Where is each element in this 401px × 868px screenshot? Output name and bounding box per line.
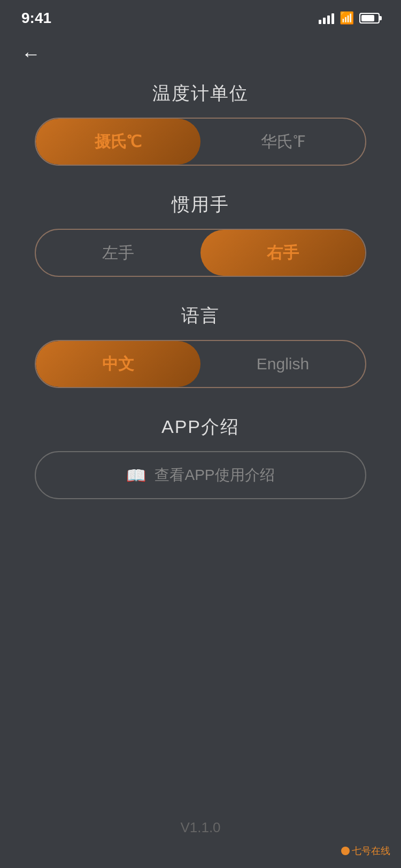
right-hand-button[interactable]: 右手 (200, 230, 365, 276)
watermark-dot (341, 847, 350, 855)
handedness-section: 惯用手 左手 右手 (35, 192, 366, 277)
wifi-icon: 📶 (340, 11, 354, 25)
handedness-title: 惯用手 (35, 192, 366, 217)
app-intro-title: APP介绍 (35, 415, 366, 439)
temperature-title: 温度计单位 (35, 81, 366, 106)
book-icon: 📖 (126, 466, 146, 485)
fahrenheit-button[interactable]: 华氏℉ (200, 119, 365, 165)
language-toggle-group: 中文 English (35, 340, 366, 388)
app-intro-section: APP介绍 📖 查看APP使用介绍 (35, 415, 366, 499)
status-bar: 9:41 📶 (0, 0, 401, 32)
status-time: 9:41 (21, 10, 51, 27)
celsius-button[interactable]: 摄氏℃ (36, 119, 200, 165)
back-button-area: ← (0, 32, 401, 71)
main-content: 温度计单位 摄氏℃ 华氏℉ 惯用手 左手 右手 语言 中文 English AP… (0, 71, 401, 537)
app-intro-button-label: 查看APP使用介绍 (155, 465, 274, 485)
temperature-toggle-group: 摄氏℃ 华氏℉ (35, 118, 366, 166)
chinese-button[interactable]: 中文 (36, 341, 200, 387)
language-section: 语言 中文 English (35, 304, 366, 388)
back-button[interactable]: ← (21, 43, 41, 65)
left-hand-button[interactable]: 左手 (36, 230, 200, 276)
english-button[interactable]: English (200, 341, 365, 387)
battery-icon (359, 13, 380, 24)
language-title: 语言 (35, 304, 366, 328)
watermark-text: 七号在线 (352, 844, 390, 857)
temperature-section: 温度计单位 摄氏℃ 华氏℉ (35, 81, 366, 166)
signal-icon (319, 12, 334, 24)
status-icons: 📶 (319, 11, 380, 25)
watermark: 七号在线 (341, 844, 390, 857)
handedness-toggle-group: 左手 右手 (35, 229, 366, 277)
version-label: V1.1.0 (0, 819, 401, 836)
app-intro-button[interactable]: 📖 查看APP使用介绍 (35, 451, 366, 499)
